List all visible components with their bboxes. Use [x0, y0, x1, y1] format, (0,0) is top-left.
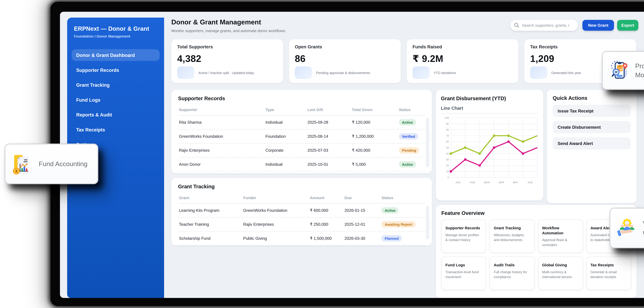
due-cell: 2026-03-30 — [344, 231, 380, 245]
table-scrollbar[interactable] — [426, 206, 429, 239]
status-badge: Awaiting Report — [382, 221, 416, 228]
status-cell: Active — [398, 115, 425, 129]
svg-text:60: 60 — [446, 140, 449, 143]
stat-trend-swatch — [177, 66, 194, 79]
feature-title: Global Giving — [542, 263, 579, 268]
feature-overview-title: Feature Overview — [442, 210, 631, 216]
svg-text:MAR: MAR — [484, 181, 490, 184]
table-row[interactable]: GreenWorks FoundationFoundation2025-08-1… — [178, 129, 425, 143]
amount-cell: ₹ 1,500,000 — [309, 231, 344, 245]
search-box[interactable] — [510, 20, 578, 31]
screenshot-stage: ERPNext — Donor & Grant Foundation / Don… — [0, 0, 644, 308]
column-header-status: Status — [380, 193, 425, 203]
total-given-cell: ₹ 5,000 — [351, 157, 398, 172]
status-cell: Pending — [398, 143, 425, 157]
feature-workflow-automation: Workflow AutomationApproval flows & remi… — [538, 219, 583, 253]
column-header-status: Status — [398, 105, 425, 115]
table-row[interactable]: Rita SharmaIndividual2025-09-28₹ 120,000… — [178, 115, 425, 129]
grant-cell: Teacher Training — [178, 217, 242, 231]
svg-text:JUN: JUN — [528, 181, 533, 184]
column-header-amount: Amount — [309, 193, 344, 203]
sidebar-item-reports-audit[interactable]: Reports & Audit — [72, 109, 160, 121]
stat-footer: Generated this year — [530, 66, 581, 79]
volunteer-coordination-icon — [617, 218, 638, 238]
action-issue-tax-receipt[interactable]: Issue Tax Receipt — [553, 105, 631, 117]
table-scrollbar[interactable] — [426, 118, 429, 167]
feature-description: Full change history for compliance — [494, 270, 530, 280]
action-send-award-alert[interactable]: Send Award Alert — [553, 137, 631, 149]
total-given-cell: ₹ 1,200,000 — [351, 129, 398, 143]
svg-text:10: 10 — [446, 170, 449, 173]
stat-card-open-grants: Open Grants86Pending approvals & disburs… — [289, 39, 401, 83]
type-cell: Corporate — [264, 143, 306, 157]
sidebar-item-donor-grant-dashboard[interactable]: Donor & Grant Dashboard — [72, 49, 160, 61]
stat-trend-swatch — [295, 66, 312, 79]
last-gift-cell: 2025-08-14 — [306, 129, 351, 143]
feature-grant-tracking: Grant TrackingMilestones, budgets, and d… — [490, 219, 534, 253]
stat-note: Active / Inactive split · Updated today — [198, 71, 254, 75]
new-grant-button[interactable]: New Grant — [582, 20, 614, 31]
table-row[interactable]: Anon DonorIndividual2025-10-01₹ 5,000Act… — [178, 157, 425, 172]
table-header-row: SupporterTypeLast GiftTotal GivenStatus — [178, 105, 425, 115]
feature-description: Manage donor profiles & contact history — [446, 233, 482, 243]
sidebar-item-tax-receipts[interactable]: Tax Receipts — [72, 124, 160, 135]
column-header-due: Due — [344, 193, 380, 203]
funder-cell: Public Giving — [242, 231, 309, 245]
svg-text:90: 90 — [446, 122, 449, 125]
funder-cell: GreenWorks Foundation — [242, 203, 309, 217]
sidebar-item-grant-tracking[interactable]: Grant Tracking — [72, 79, 160, 91]
stat-label: Tax Receipts — [530, 44, 630, 49]
table-row[interactable]: Learning Kits ProgramGreenWorks Foundati… — [178, 203, 425, 217]
export-button[interactable]: Export — [617, 20, 638, 31]
feature-description: Generate & email donation receipts — [590, 270, 627, 280]
stat-label: Funds Raised — [412, 44, 512, 49]
grant-tracking-panel: Grant Tracking GrantFunderAmountDueStatu… — [171, 178, 432, 246]
quick-actions-title: Quick Actions — [553, 95, 631, 101]
sidebar-item-fund-logs[interactable]: Fund Logs — [72, 94, 160, 106]
stat-trend-swatch — [412, 66, 430, 79]
feature-title: Supporter Records — [446, 226, 482, 231]
due-cell: 2025-12-01 — [344, 217, 380, 231]
table-row[interactable]: Scholarship FundPublic Giving₹ 1,500,000… — [178, 231, 425, 245]
feature-supporter-records: Supporter RecordsManage donor profiles &… — [442, 219, 486, 253]
status-cell: Active — [398, 157, 425, 172]
app-title: ERPNext — Donor & Grant — [74, 25, 158, 32]
stat-footer: Active / Inactive split · Updated today — [177, 66, 254, 79]
status-badge: Active — [399, 119, 416, 125]
svg-text:100: 100 — [444, 116, 449, 119]
quick-actions-list: Issue Tax ReceiptCreate DisbursementSend… — [553, 105, 631, 149]
volunteer-coordination-card[interactable]: Volunteer Coordination — [610, 208, 644, 248]
fund-accounting-card[interactable]: $ Fund Accounting — [4, 143, 98, 184]
table-row[interactable]: Rajiv EnterprisesCorporate2025-07-03₹ 42… — [178, 143, 425, 157]
type-cell: Individual — [264, 157, 306, 172]
project-monitoring-card[interactable]: TRACK Project Monitoring — [602, 51, 644, 90]
feature-title: Workflow Automation — [542, 226, 579, 236]
feature-fund-logs: Fund LogsTransaction-level fund movement — [442, 256, 486, 290]
stat-card-total-supporters: Total Supporters4,382Active / Inactive s… — [171, 39, 283, 83]
amount-cell: ₹ 600,000 — [309, 203, 344, 217]
total-given-cell: ₹ 120,000 — [351, 115, 398, 129]
disbursement-chart-panel: Grant Disbursement (YTD) Line Chart 0102… — [436, 90, 543, 201]
svg-text:40: 40 — [446, 152, 449, 155]
search-icon — [514, 23, 519, 28]
feature-tax-receipts: Tax ReceiptsGenerate & email donation re… — [586, 256, 631, 290]
search-input[interactable] — [521, 23, 574, 28]
type-cell: Individual — [264, 115, 306, 129]
svg-text:JAN: JAN — [456, 181, 460, 184]
stat-label: Open Grants — [295, 44, 395, 49]
stat-value: 4,382 — [177, 53, 277, 64]
table-row[interactable]: Teacher TrainingRajiv Enterprises₹ 250,0… — [178, 217, 425, 231]
supporter-cell: GreenWorks Foundation — [178, 129, 264, 143]
total-given-cell: ₹ 420,000 — [351, 143, 398, 157]
feature-description: Multi-currency & international donors — [542, 270, 579, 280]
feature-title: Grant Tracking — [494, 226, 530, 231]
svg-text:30: 30 — [446, 158, 449, 161]
action-create-disbursement[interactable]: Create Disbursement — [553, 121, 631, 133]
feature-title: Audit Trails — [494, 263, 530, 268]
chart-title: Grant Disbursement (YTD) — [441, 95, 508, 102]
feature-description: Approval flows & reminders — [542, 238, 579, 248]
sidebar-item-supporter-records[interactable]: Supporter Records — [72, 64, 160, 76]
due-cell: 2026-01-15 — [344, 203, 380, 217]
feature-overview-panel: Feature Overview Supporter RecordsManage… — [436, 205, 637, 298]
column-header-type: Type — [264, 105, 306, 115]
